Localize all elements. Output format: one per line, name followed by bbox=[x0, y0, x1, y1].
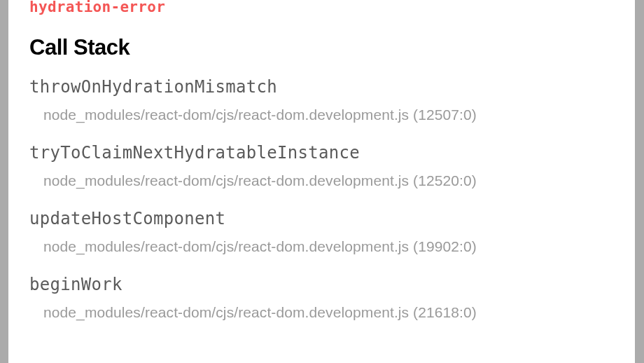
function-name: throwOnHydrationMismatch bbox=[29, 77, 614, 97]
function-name: beginWork bbox=[29, 275, 614, 294]
stack-frame: tryToClaimNextHydratableInstance node_mo… bbox=[29, 143, 614, 189]
source-location[interactable]: node_modules/react-dom/cjs/react-dom.dev… bbox=[29, 172, 614, 189]
source-location[interactable]: node_modules/react-dom/cjs/react-dom.dev… bbox=[29, 238, 614, 255]
stack-frame: updateHostComponent node_modules/react-d… bbox=[29, 209, 614, 255]
source-location[interactable]: node_modules/react-dom/cjs/react-dom.dev… bbox=[29, 107, 614, 123]
stack-frame: throwOnHydrationMismatch node_modules/re… bbox=[29, 77, 614, 123]
call-stack-heading: Call Stack bbox=[29, 35, 614, 60]
error-doc-link[interactable]: hydration-error bbox=[29, 0, 614, 15]
call-stack-list: throwOnHydrationMismatch node_modules/re… bbox=[29, 77, 614, 321]
source-location[interactable]: node_modules/react-dom/cjs/react-dom.dev… bbox=[29, 304, 614, 321]
stack-frame: beginWork node_modules/react-dom/cjs/rea… bbox=[29, 275, 614, 321]
function-name: tryToClaimNextHydratableInstance bbox=[29, 143, 614, 163]
error-panel: hydration-error Call Stack throwOnHydrat… bbox=[8, 0, 635, 363]
function-name: updateHostComponent bbox=[29, 209, 614, 228]
